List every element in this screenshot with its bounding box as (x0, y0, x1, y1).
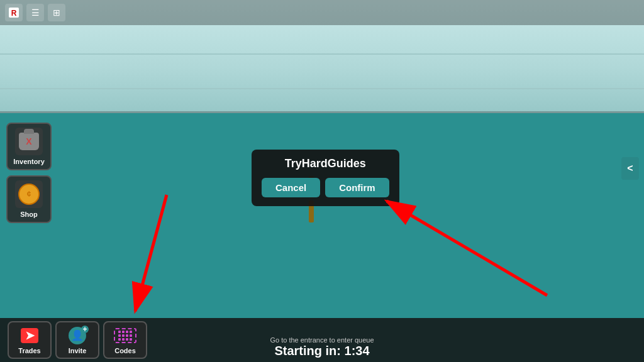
popup-title: TryHardGuides (262, 157, 389, 170)
svg-text:R: R (11, 9, 17, 18)
left-sidebar: Inventory ¢ Shop (6, 123, 52, 223)
queue-timer: Starting in: 1:34 (270, 344, 374, 358)
inventory-button[interactable]: Inventory (6, 123, 52, 170)
queue-info-text: Go to the entrance to enter queue (270, 336, 374, 344)
top-bar: R ☰ ⊞ (0, 0, 644, 25)
roblox-logo: R (5, 4, 23, 21)
popup-dialog: TryHardGuides Cancel Confirm (252, 150, 399, 206)
shop-button[interactable]: ¢ Shop (6, 175, 52, 223)
grid-icon[interactable]: ⊞ (48, 4, 65, 21)
codes-label: Codes (114, 347, 136, 354)
queue-notice: Go to the entrance to enter queue Starti… (270, 336, 374, 358)
confirm-button[interactable]: Confirm (325, 178, 389, 197)
inventory-label: Inventory (13, 158, 45, 165)
shop-label: Shop (20, 211, 38, 218)
invite-button[interactable]: 👤 + Invite (55, 321, 99, 359)
codes-button[interactable]: Codes (103, 321, 147, 359)
popup-buttons: Cancel Confirm (262, 178, 389, 197)
bottom-bar: ➤ Trades 👤 + Invite Codes Go to th (0, 318, 644, 362)
trades-button[interactable]: ➤ Trades (8, 321, 52, 359)
cancel-button[interactable]: Cancel (262, 178, 320, 197)
menu-icon[interactable]: ☰ (26, 4, 44, 21)
trades-label: Trades (18, 347, 40, 354)
right-panel-button[interactable]: < (621, 157, 639, 180)
invite-label: Invite (69, 347, 87, 354)
